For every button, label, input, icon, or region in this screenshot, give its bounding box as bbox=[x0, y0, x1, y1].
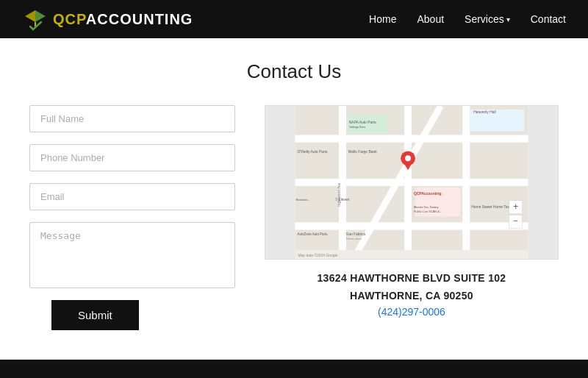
svg-rect-12 bbox=[295, 186, 339, 223]
map-section: NAPA Auto Parts Tallings Bros Wells Farg… bbox=[265, 105, 559, 318]
svg-marker-0 bbox=[25, 10, 35, 22]
svg-text:+: + bbox=[513, 202, 518, 212]
logo-icon bbox=[22, 6, 49, 32]
main-content: Contact Us Submit bbox=[0, 38, 588, 360]
address-block: 13624 HAWTHORNE BLVD SUITE 102 HAWTHORNE… bbox=[318, 270, 506, 318]
svg-rect-8 bbox=[295, 143, 339, 179]
nav-home[interactable]: Home bbox=[369, 13, 396, 25]
email-input[interactable] bbox=[29, 183, 235, 210]
svg-rect-11 bbox=[470, 143, 528, 179]
svg-text:Map data ©2024 Google: Map data ©2024 Google bbox=[298, 253, 337, 257]
svg-point-32 bbox=[405, 155, 411, 161]
contact-form: Submit bbox=[29, 105, 235, 330]
svg-text:AutoZone Auto Parts: AutoZone Auto Parts bbox=[297, 232, 328, 236]
svg-text:−: − bbox=[513, 215, 518, 226]
svg-text:Home Sweet Home Taxes: Home Sweet Home Taxes bbox=[471, 205, 514, 209]
svg-text:Fabric store: Fabric store bbox=[346, 237, 362, 240]
svg-text:O'Reilly Auto Parts: O'Reilly Auto Parts bbox=[297, 150, 328, 154]
submit-button[interactable]: Submit bbox=[51, 300, 139, 330]
svg-rect-9 bbox=[346, 143, 404, 179]
logo-text: QCPACCOUNTING bbox=[53, 11, 193, 28]
svg-text:Public Live SCAN &...: Public Live SCAN &... bbox=[414, 210, 442, 213]
page-title: Contact Us bbox=[29, 60, 559, 83]
message-input[interactable] bbox=[29, 222, 235, 288]
address-line2: HAWTHORNE, CA 90250 bbox=[318, 288, 506, 305]
svg-text:Heavenly Hall: Heavenly Hall bbox=[473, 110, 495, 114]
main-nav: Home About Services ▾ Contact bbox=[369, 13, 566, 25]
address-line1: 13624 HAWTHORNE BLVD SUITE 102 bbox=[318, 270, 506, 288]
svg-rect-24 bbox=[404, 106, 412, 259]
footer: Home Contact QCPACCOUNTING Follow Us On bbox=[0, 360, 588, 378]
nav-services[interactable]: Services ▾ bbox=[465, 13, 510, 25]
svg-text:Macias Tax, Notary: Macias Tax, Notary bbox=[414, 205, 439, 209]
svg-rect-23 bbox=[339, 106, 346, 259]
map-container[interactable]: NAPA Auto Parts Tallings Bros Wells Farg… bbox=[265, 105, 559, 260]
svg-marker-1 bbox=[35, 10, 46, 22]
svg-text:San Fabrics: San Fabrics bbox=[346, 232, 366, 236]
phone-link[interactable]: (424)297-0006 bbox=[378, 306, 445, 318]
svg-text:Wells Fargo Bank: Wells Fargo Bank bbox=[348, 150, 377, 154]
chevron-down-icon: ▾ bbox=[506, 15, 510, 24]
phone-input[interactable] bbox=[29, 144, 235, 171]
nav-about[interactable]: About bbox=[417, 13, 444, 25]
svg-rect-25 bbox=[462, 106, 470, 259]
svg-text:Tallings Bros: Tallings Bros bbox=[349, 125, 365, 129]
svg-text:Inglewood Ave: Inglewood Ave bbox=[337, 182, 341, 206]
contact-layout: Submit bbox=[29, 105, 559, 330]
logo: QCPACCOUNTING bbox=[22, 6, 193, 32]
svg-text:NAPA Auto Parts: NAPA Auto Parts bbox=[349, 121, 376, 124]
svg-text:Redondo...: Redondo... bbox=[296, 198, 310, 202]
svg-text:QCPAccounting: QCPAccounting bbox=[414, 192, 442, 196]
svg-rect-4 bbox=[295, 106, 339, 135]
nav-contact[interactable]: Contact bbox=[531, 13, 566, 25]
full-name-input[interactable] bbox=[29, 105, 235, 132]
header: QCPACCOUNTING Home About Services ▾ Cont… bbox=[0, 0, 588, 38]
